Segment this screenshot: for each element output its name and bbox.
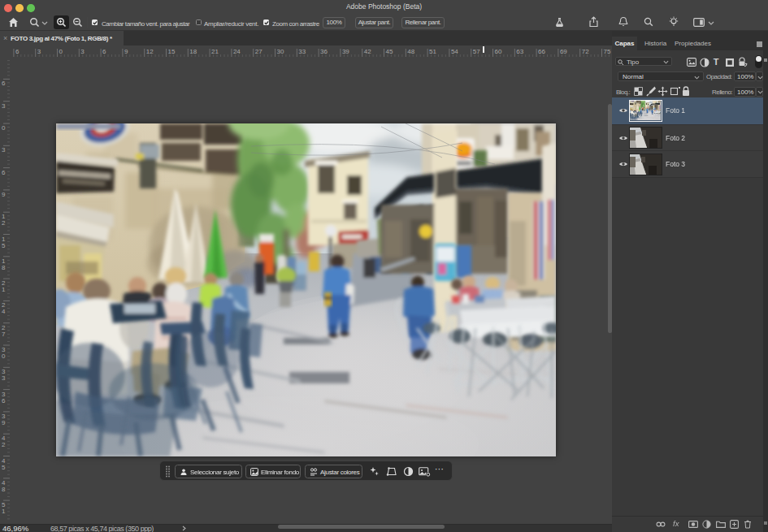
svg-text:7: 7	[2, 331, 6, 338]
svg-text:24: 24	[233, 48, 241, 55]
svg-text:3: 3	[2, 146, 6, 154]
svg-text:60: 60	[495, 48, 502, 55]
svg-text:1: 1	[2, 286, 6, 293]
svg-text:72: 72	[582, 48, 589, 55]
svg-text:36: 36	[320, 48, 328, 55]
svg-text:4: 4	[2, 308, 6, 315]
svg-text:75: 75	[604, 48, 611, 55]
svg-text:6: 6	[102, 48, 106, 55]
svg-text:3: 3	[37, 48, 41, 55]
svg-text:6: 6	[2, 397, 6, 404]
svg-text:18: 18	[189, 48, 197, 55]
svg-text:48: 48	[407, 48, 414, 55]
svg-text:21: 21	[211, 48, 219, 55]
svg-text:51: 51	[429, 48, 436, 55]
svg-text:6: 6	[2, 80, 6, 87]
svg-text:66: 66	[538, 48, 545, 55]
svg-text:69: 69	[560, 48, 567, 55]
svg-text:9: 9	[2, 191, 6, 198]
svg-text:63: 63	[516, 48, 523, 55]
svg-text:2: 2	[2, 441, 6, 448]
svg-text:33: 33	[298, 48, 306, 55]
svg-text:3: 3	[2, 102, 6, 110]
svg-text:15: 15	[168, 48, 176, 55]
svg-text:0: 0	[2, 124, 6, 132]
svg-text:9: 9	[124, 48, 128, 55]
svg-text:2: 2	[2, 219, 6, 227]
svg-text:42: 42	[364, 48, 371, 55]
svg-text:30: 30	[277, 48, 284, 55]
svg-text:54: 54	[451, 48, 458, 55]
svg-text:45: 45	[386, 48, 393, 55]
svg-text:8: 8	[2, 486, 6, 493]
svg-text:5: 5	[2, 242, 6, 249]
svg-text:0: 0	[59, 48, 63, 55]
svg-text:0: 0	[2, 353, 6, 360]
svg-text:1: 1	[2, 508, 6, 515]
svg-text:3: 3	[2, 374, 6, 382]
svg-text:27: 27	[255, 48, 263, 55]
svg-text:5: 5	[2, 464, 6, 471]
svg-text:6: 6	[2, 169, 6, 176]
svg-text:12: 12	[146, 48, 154, 55]
svg-text:3: 3	[80, 48, 85, 55]
svg-text:6: 6	[15, 48, 20, 55]
svg-text:57: 57	[473, 48, 480, 55]
svg-text:39: 39	[342, 48, 349, 55]
svg-text:9: 9	[2, 419, 6, 426]
svg-text:8: 8	[2, 264, 6, 271]
